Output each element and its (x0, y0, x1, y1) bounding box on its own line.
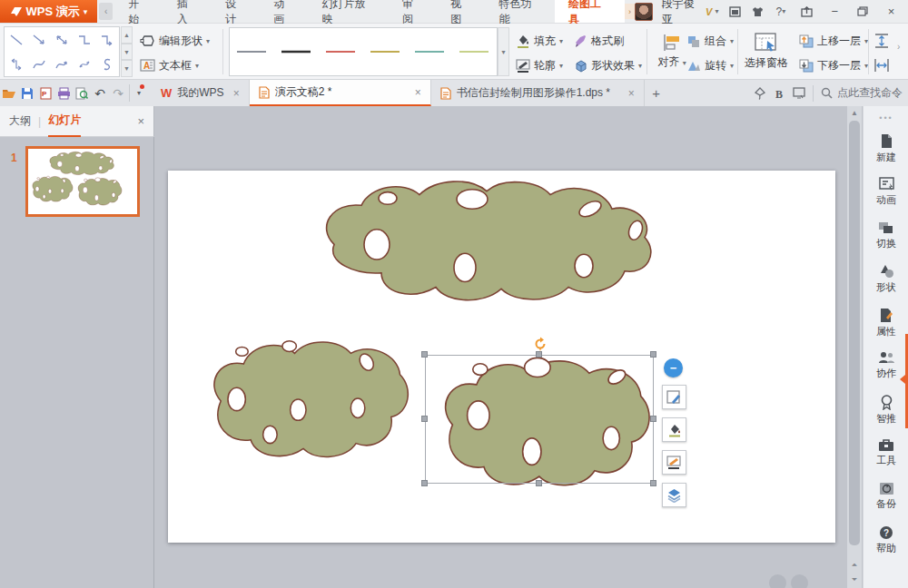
sidebar-item-properties[interactable]: 属性 (864, 308, 908, 348)
menu-design[interactable]: 设计 (212, 0, 260, 23)
export-pdf-icon[interactable]: P (36, 80, 54, 106)
minimize-button[interactable]: − (825, 3, 844, 21)
tab-letter-envelope-doc[interactable]: 书信信封绘制用图形操作1.dps * × (431, 80, 645, 106)
distribute-horizontal-icon[interactable] (873, 54, 890, 77)
gallery-scroll-down-icon[interactable]: ▼ (121, 44, 133, 61)
resize-handle-n[interactable] (536, 351, 542, 358)
line-shape[interactable] (5, 27, 27, 52)
task-pane-collapse-arrow-icon[interactable] (900, 375, 905, 384)
elbow-double-arrow-shape[interactable] (5, 52, 27, 76)
resize-handle-s[interactable] (536, 480, 542, 486)
sidebar-item-help[interactable]: ? 帮助 (864, 525, 908, 565)
quick-outline-button[interactable] (662, 450, 686, 475)
line-style-more-icon[interactable]: ▼ (498, 27, 509, 76)
resize-handle-ne[interactable] (650, 351, 656, 358)
bring-forward-button[interactable]: 上移一层▾ (799, 29, 868, 53)
menu-overflow-chevron-icon[interactable]: › (625, 4, 636, 19)
print-preview-icon[interactable] (73, 80, 91, 106)
line-style-4[interactable] (363, 27, 408, 76)
menu-home[interactable]: 开始 (114, 0, 163, 23)
menu-special-features[interactable]: 特色功能 (486, 0, 556, 23)
edit-shape-button[interactable]: 编辑形状▾ (140, 29, 210, 53)
elbow-connector-shape[interactable] (74, 27, 96, 52)
calendar-icon[interactable] (727, 5, 741, 18)
shape-style-button[interactable] (662, 385, 686, 409)
ribbon-expander-chevron-icon[interactable]: › (897, 42, 900, 52)
slide-thumbnail[interactable] (25, 146, 140, 217)
sidebar-item-shapes[interactable]: 形状 (864, 264, 908, 304)
shape-effects-button[interactable]: 形状效果▾ (574, 54, 642, 77)
slide-nav-next-button[interactable] (791, 574, 808, 588)
feedback-icon[interactable]: B (774, 87, 785, 100)
sidebar-drag-handle[interactable]: ••• (864, 113, 908, 122)
gallery-scroll-up-icon[interactable]: ▲ (121, 26, 133, 44)
share-upload-icon[interactable] (797, 3, 816, 21)
quick-fill-button[interactable] (662, 417, 686, 442)
menu-slideshow[interactable]: 幻灯片放映 (309, 0, 389, 23)
resize-handle-w[interactable] (421, 416, 428, 422)
save-icon[interactable] (18, 80, 36, 106)
freeform-curve-shape[interactable] (96, 52, 119, 76)
tab-close-icon[interactable]: × (628, 87, 635, 100)
sidebar-item-collaborate[interactable]: 协作 (864, 351, 908, 391)
fill-button[interactable]: 填充▾ (516, 29, 563, 53)
resize-handle-se[interactable] (650, 480, 656, 486)
group-button[interactable]: 组合▾ (686, 29, 734, 53)
vertical-scrollbar[interactable]: ▲ ⏶ ⏷ (847, 106, 862, 588)
line-style-5[interactable] (408, 27, 452, 76)
text-box-button[interactable]: A 文本框▾ (140, 54, 199, 77)
print-icon[interactable] (54, 80, 73, 106)
find-command-box[interactable]: 点此查找命令 (813, 85, 903, 102)
format-painter-button[interactable]: 格式刷 (574, 29, 624, 53)
curved-arrow-connector-shape[interactable] (50, 52, 73, 76)
tab-presentation2[interactable]: 演示文稿2 * × (250, 80, 431, 106)
tab-outline[interactable]: 大纲 (9, 106, 31, 137)
layer-order-button[interactable] (662, 483, 686, 507)
sidebar-item-backup[interactable]: 备份 (864, 482, 908, 522)
distribute-vertical-icon[interactable] (873, 29, 890, 53)
app-logo[interactable]: WPS 演示 ▾ (0, 0, 97, 23)
previous-slide-icon[interactable]: ⏶ (847, 558, 862, 572)
curved-connector-shape[interactable] (27, 52, 50, 76)
help-menu-icon[interactable]: ?▾ (774, 5, 787, 18)
resize-handle-sw[interactable] (421, 480, 428, 486)
close-button[interactable]: × (882, 3, 901, 21)
slide-nav-prev-button[interactable] (769, 574, 786, 588)
undo-icon[interactable]: ↶ (91, 80, 109, 106)
tab-close-icon[interactable]: × (233, 87, 240, 100)
tab-my-wps[interactable]: W 我的WPS × (152, 80, 250, 106)
sidebar-item-new[interactable]: 新建 (864, 133, 908, 173)
rotate-handle-icon[interactable] (533, 337, 548, 351)
resize-handle-e[interactable] (650, 416, 656, 422)
new-tab-button[interactable]: + (645, 80, 668, 106)
elbow-arrow-connector-shape[interactable] (96, 27, 119, 52)
resize-handle-nw[interactable] (421, 351, 428, 358)
sidebar-item-transition[interactable]: 切换 (864, 220, 908, 260)
quick-access-caret-icon[interactable]: ▾ (132, 80, 146, 106)
selection-pane-button[interactable]: 选择窗格 (741, 27, 792, 76)
sidebar-item-smart-recommend[interactable]: 智推 (864, 395, 908, 435)
collapse-toolbar-button[interactable]: − (664, 358, 683, 377)
open-file-icon[interactable] (0, 80, 18, 106)
menu-animation[interactable]: 动画 (260, 0, 308, 23)
redo-icon[interactable]: ↷ (109, 80, 127, 106)
gallery-more-icon[interactable]: ▼ (121, 60, 133, 77)
tab-close-icon[interactable]: × (415, 86, 421, 99)
panel-close-icon[interactable]: × (137, 114, 144, 128)
next-slide-icon[interactable]: ⏷ (847, 573, 862, 586)
line-style-2[interactable] (274, 27, 319, 76)
cloud-shape-top[interactable] (309, 175, 658, 307)
menu-review[interactable]: 审阅 (389, 0, 437, 23)
rotate-button[interactable]: 旋转▾ (686, 54, 734, 77)
double-arrow-shape[interactable] (50, 27, 73, 52)
menu-drawing-tools[interactable]: 绘图工具 (555, 0, 625, 23)
line-style-6[interactable] (452, 27, 497, 76)
docer-kite-icon[interactable] (754, 87, 766, 100)
collapse-menu-button[interactable]: ‹ (99, 3, 114, 20)
restore-button[interactable] (854, 3, 873, 21)
skin-shirt-icon[interactable] (751, 5, 765, 18)
line-style-1[interactable] (230, 27, 274, 76)
line-style-3[interactable] (319, 27, 363, 76)
scrollbar-thumb[interactable] (849, 121, 860, 545)
menu-insert[interactable]: 插入 (163, 0, 212, 23)
